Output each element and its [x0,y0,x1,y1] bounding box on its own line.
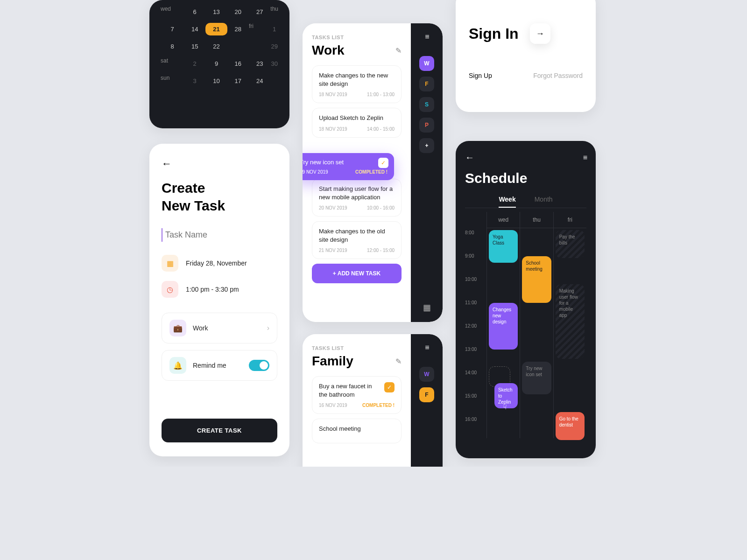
task-title: School meeting [319,425,395,433]
cal-cell[interactable]: 2 [184,57,205,70]
forgot-password-link[interactable]: Forgot Password [533,72,583,79]
create-task-button[interactable]: CREATE TASK [162,419,277,442]
arrow-right-icon: → [536,29,544,39]
cal-cell[interactable]: 8 [161,40,184,53]
cal-cell[interactable]: 10 [205,75,227,87]
back-arrow-icon[interactable]: ← [465,152,474,163]
tasks-sidebar: ≡ W F S P + ▦ [411,23,443,322]
task-title: Make changes to the old site design [319,227,395,244]
create-task-screen: ← CreateNew Task ▦ Friday 28, November ◷… [149,144,289,456]
signup-link[interactable]: Sign Up [469,72,492,79]
briefcase-icon: 💼 [169,320,186,336]
family-tasks-screen: TASKS LIST Family ✎ ✓ Buy a new faucet i… [303,334,443,467]
task-item[interactable]: School meeting [312,419,402,443]
tab-month[interactable]: Month [535,196,553,203]
cal-cell[interactable]: 22 [205,40,227,53]
task-date[interactable]: Friday 28, November [186,259,247,267]
cal-day-sat: sat [161,57,184,70]
edit-icon[interactable]: ✎ [395,357,402,366]
schedule-screen: ← ≡ Schedule Week Month wed thu fri 8:00… [456,141,596,458]
remind-toggle[interactable] [249,360,269,371]
chevron-right-icon: › [267,324,269,332]
edit-icon[interactable]: ✎ [395,46,402,55]
cal-cell[interactable]: 13 [205,6,227,18]
event-school[interactable]: School meeting [522,256,551,303]
day-column-fri[interactable]: Pay the bills Making user flow for a mob… [553,228,586,438]
task-title: Make changes to the new site design [319,71,395,88]
day-column-wed[interactable]: Yoga Class Changes new design Sketch to … [486,228,520,438]
cal-cell[interactable]: 20 [227,6,249,18]
family-title: Family [312,354,353,369]
task-time[interactable]: 1:00 pm - 3:30 pm [186,286,239,293]
completed-task-card[interactable]: Try new icon set ✓ 19 NOV 2019 COMPLETED… [303,153,394,180]
cal-cell[interactable]: 28 [227,23,249,35]
back-arrow-icon[interactable]: ← [162,158,277,170]
add-task-button[interactable]: + ADD NEW TASK [312,264,402,283]
cal-cell[interactable]: 9 [205,57,227,70]
cal-cell[interactable]: 3 [184,75,205,87]
tasks-label: TASKS LIST [312,345,402,351]
cal-day-wed: wed [161,6,184,18]
task-item[interactable]: Make changes to the new site design 18 N… [312,65,402,103]
work-title: Work [312,43,345,58]
completed-title: Try new icon set [303,159,388,166]
task-item[interactable]: Upload Sketch to Zeplin 18 NOV 201914:00… [312,108,402,137]
cal-cell[interactable]: 6 [184,6,205,18]
tab-week[interactable]: Week [499,196,515,208]
sidebar-chip-family[interactable]: F [419,77,434,91]
cal-cell[interactable]: 1 [270,23,278,35]
bell-icon: 🔔 [169,357,186,374]
calendar-widget: wed 6 13 20 27 thu 7 14 21 28 fri 1 8 15… [149,0,289,128]
sidebar-chip-p[interactable]: P [419,118,434,133]
calendar-icon[interactable]: ▦ [423,302,431,313]
clock-icon: ◷ [162,281,178,298]
day-head-wed: wed [486,212,520,228]
sidebar-chip-add[interactable]: + [419,138,434,153]
tasks-label: TASKS LIST [312,35,402,40]
cal-cell[interactable]: 24 [249,75,270,87]
cal-cell[interactable]: 23 [249,57,270,70]
schedule-title: Schedule [465,170,586,186]
cal-cell[interactable]: 15 [184,40,205,53]
signin-title: Sign In [469,25,519,42]
event-sketch[interactable]: Sketch to Zeplin ☟ [494,383,518,408]
tasks-sidebar: ≡ W F [411,334,443,467]
event-userflow[interactable]: Making user flow for a mobile app [556,284,585,359]
task-item[interactable]: ✓ Buy a new faucet in the bathroom 16 NO… [312,376,402,414]
signin-graphic [456,0,596,9]
sidebar-chip-s[interactable]: S [419,97,434,112]
sidebar-chip-work[interactable]: W [419,56,434,71]
cal-cell[interactable]: 30 [270,57,278,70]
cal-cell-selected[interactable]: 21 [205,23,227,35]
work-tasks-screen: TASKS LIST Work ✎ Make changes to the ne… [303,23,443,322]
task-title: Buy a new faucet in the bathroom [319,382,395,399]
event-yoga[interactable]: Yoga Class [489,230,518,263]
event-changes[interactable]: Changes new design [489,303,518,350]
create-title: CreateNew Task [162,179,277,214]
event-bills[interactable]: Pay the bills [556,230,585,258]
cal-day-fri: fri [249,23,270,35]
cal-cell[interactable]: 29 [270,40,278,53]
cal-cell[interactable]: 27 [249,6,270,18]
check-icon: ✓ [378,158,388,168]
check-icon: ✓ [384,382,395,392]
cal-cell[interactable]: 7 [161,23,184,35]
task-item[interactable]: Make changes to the old site design 21 N… [312,221,402,259]
event-tryicon[interactable]: Try new icon set [522,362,551,394]
task-item[interactable]: Start making user flow for a new mobile … [312,179,402,217]
cal-cell[interactable]: 14 [184,23,205,35]
task-name-input[interactable] [162,228,277,242]
sidebar-chip-family[interactable]: F [419,387,434,402]
menu-icon[interactable]: ≡ [583,154,586,162]
signin-screen: Sign In → Sign Up Forgot Password [456,0,596,112]
sidebar-chip-work[interactable]: W [419,367,434,382]
event-dentist[interactable]: Go to the dentist [556,412,585,440]
remind-label: Remind me [193,362,226,369]
cal-cell[interactable]: 16 [227,57,249,70]
cal-cell[interactable]: 17 [227,75,249,87]
day-column-thu[interactable]: School meeting Try new icon set [520,228,553,438]
category-option[interactable]: 💼 Work › [162,313,277,343]
menu-icon[interactable]: ≡ [425,33,428,41]
signin-button[interactable]: → [530,23,550,44]
menu-icon[interactable]: ≡ [425,343,428,352]
